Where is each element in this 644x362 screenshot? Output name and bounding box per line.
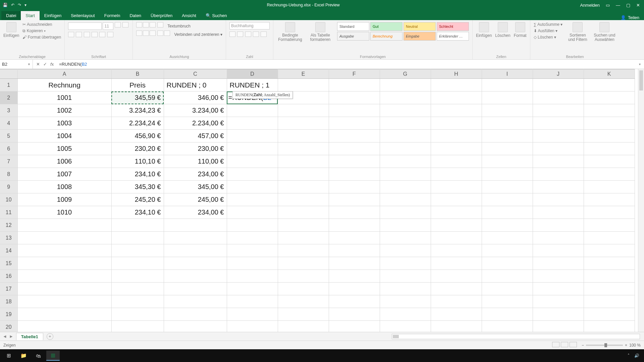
cell-C15[interactable]	[164, 257, 227, 270]
cell-G6[interactable]	[380, 142, 431, 155]
cell-A8[interactable]: 1007	[17, 168, 111, 181]
cell-D6[interactable]	[227, 142, 278, 155]
row-header-4[interactable]: 4	[0, 117, 17, 130]
style-neutral[interactable]: Neutral	[404, 22, 436, 31]
cell-D20[interactable]	[227, 321, 278, 334]
cell-E11[interactable]	[278, 206, 329, 219]
cell-D18[interactable]	[227, 295, 278, 308]
redo-icon[interactable]: ↷	[18, 3, 21, 7]
cell-G18[interactable]	[380, 295, 431, 308]
cell-G8[interactable]	[380, 168, 431, 181]
cell-K14[interactable]	[584, 244, 635, 257]
maximize-icon[interactable]: ▢	[626, 3, 630, 8]
signin-link[interactable]: Anmelden	[580, 3, 600, 8]
sort-filter-button[interactable]: Sortieren und Filtern	[566, 22, 589, 42]
cell-A18[interactable]	[17, 295, 111, 308]
insert-cells-button[interactable]: Einfügen	[476, 22, 492, 38]
cell-H6[interactable]	[431, 142, 482, 155]
cell-H7[interactable]	[431, 155, 482, 168]
cell-A19[interactable]	[17, 308, 111, 321]
cell-C11[interactable]: 234,00 €	[164, 206, 227, 219]
row-header-9[interactable]: 9	[0, 181, 17, 193]
cell-A14[interactable]	[17, 244, 111, 257]
cell-A4[interactable]: 1003	[17, 117, 111, 130]
worksheet-grid[interactable]: ABCDEFGHIJK1RechnungPreisRUNDEN ; 0RUNDE…	[0, 69, 644, 332]
qat-more-icon[interactable]: ▾	[24, 3, 26, 7]
cell-E13[interactable]	[278, 232, 329, 244]
format-as-table-button[interactable]: Als Tabelle formatieren	[307, 22, 334, 42]
cell-H13[interactable]	[431, 232, 482, 244]
cell-J9[interactable]	[533, 181, 584, 193]
cell-K15[interactable]	[584, 257, 635, 270]
cell-D19[interactable]	[227, 308, 278, 321]
vertical-scrollbar[interactable]	[638, 69, 644, 332]
cell-D11[interactable]	[227, 206, 278, 219]
increase-decimal-icon[interactable]	[253, 32, 259, 37]
cell-B6[interactable]: 230,20 €	[111, 142, 164, 155]
cell-C17[interactable]	[164, 283, 227, 295]
row-header-14[interactable]: 14	[0, 244, 17, 257]
chevron-down-icon[interactable]: ▼	[28, 63, 31, 66]
cell-B14[interactable]	[111, 244, 164, 257]
cell-J8[interactable]	[533, 168, 584, 181]
delete-cells-button[interactable]: Löschen	[495, 22, 510, 38]
cell-D16[interactable]	[227, 270, 278, 283]
zoom-in-icon[interactable]: +	[625, 343, 627, 348]
cell-H20[interactable]	[431, 321, 482, 334]
cell-G3[interactable]	[380, 104, 431, 117]
cell-F11[interactable]	[329, 206, 380, 219]
style-schlecht[interactable]: Schlecht	[437, 22, 469, 31]
cell-D4[interactable]	[227, 117, 278, 130]
fill-color-button[interactable]	[99, 32, 105, 37]
cell-G7[interactable]	[380, 155, 431, 168]
column-header-F[interactable]: F	[329, 69, 380, 79]
row-header-8[interactable]: 8	[0, 168, 17, 181]
share-button[interactable]: 👤 Teilen	[621, 15, 644, 20]
cell-D15[interactable]	[227, 257, 278, 270]
font-color-button[interactable]	[107, 32, 113, 37]
cell-B17[interactable]	[111, 283, 164, 295]
cell-B13[interactable]	[111, 232, 164, 244]
align-top-icon[interactable]	[136, 22, 142, 27]
zoom-level[interactable]: 100 %	[629, 343, 641, 348]
row-header-20[interactable]: 20	[0, 321, 17, 334]
cell-F6[interactable]	[329, 142, 380, 155]
start-button[interactable]: ⊞	[2, 351, 15, 361]
cell-F1[interactable]	[329, 79, 380, 92]
grow-font-icon[interactable]	[115, 22, 121, 27]
cell-J18[interactable]	[533, 295, 584, 308]
cell-J7[interactable]	[533, 155, 584, 168]
style-ausgabe[interactable]: Ausgabe	[337, 32, 369, 41]
conditional-formatting-button[interactable]: Bedingte Formatierung	[277, 22, 304, 42]
cell-F4[interactable]	[329, 117, 380, 130]
cell-E3[interactable]	[278, 104, 329, 117]
cell-H11[interactable]	[431, 206, 482, 219]
sheet-tab-active[interactable]: Tabelle1	[16, 333, 43, 340]
cell-C1[interactable]: RUNDEN ; 0	[164, 79, 227, 92]
cell-C2[interactable]: 346,00 €	[164, 92, 227, 104]
cell-D3[interactable]	[227, 104, 278, 117]
cell-K11[interactable]	[584, 206, 635, 219]
accounting-icon[interactable]	[229, 32, 235, 37]
font-name-input[interactable]	[68, 22, 102, 30]
cell-I9[interactable]	[482, 181, 533, 193]
cell-K7[interactable]	[584, 155, 635, 168]
cell-E14[interactable]	[278, 244, 329, 257]
cell-I14[interactable]	[482, 244, 533, 257]
tab-ueberpruefen[interactable]: Überprüfen	[146, 11, 177, 20]
taskbar-excel-icon[interactable]: ▦	[46, 351, 60, 361]
cell-C10[interactable]: 245,00 €	[164, 193, 227, 206]
row-header-3[interactable]: 3	[0, 104, 17, 117]
cell-K20[interactable]	[584, 321, 635, 334]
cell-C8[interactable]: 234,00 €	[164, 168, 227, 181]
comma-icon[interactable]	[245, 32, 251, 37]
cell-I12[interactable]	[482, 219, 533, 232]
style-berechnung[interactable]: Berechnung	[370, 32, 402, 41]
cell-I6[interactable]	[482, 142, 533, 155]
cell-E20[interactable]	[278, 321, 329, 334]
tellme[interactable]: 🔍 Suchen	[201, 11, 232, 20]
clear-button[interactable]: ◇ Löschen ▾	[534, 35, 563, 40]
cell-C5[interactable]: 457,00 €	[164, 130, 227, 142]
cell-H15[interactable]	[431, 257, 482, 270]
copy-button[interactable]: ⧉ Kopieren ▾	[22, 28, 61, 33]
